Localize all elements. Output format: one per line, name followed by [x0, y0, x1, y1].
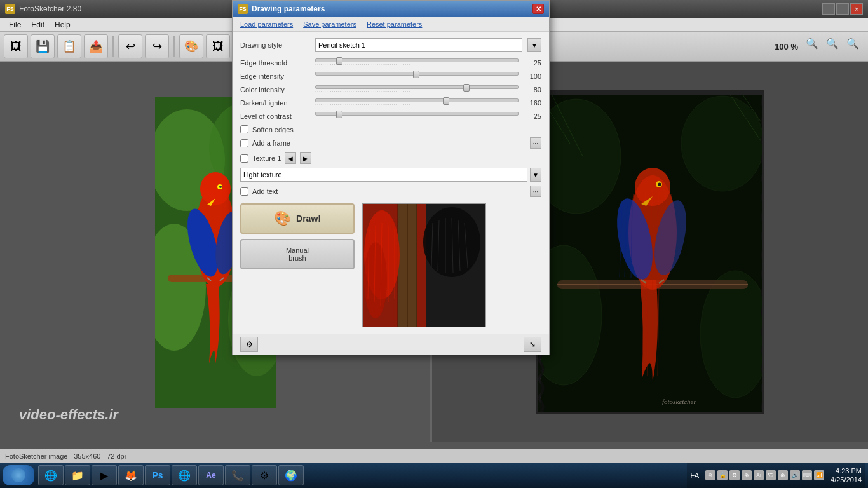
add-frame-settings-button[interactable]: ··· [530, 137, 541, 149]
zoom-in-button[interactable]: 🔍 [806, 37, 824, 55]
darken-lighten-value: 160 [524, 99, 541, 107]
drawing-style-select[interactable]: Pencil sketch 1 Pencil sketch 2 Color sk… [315, 38, 522, 52]
texture-dropdown-button[interactable]: ▼ [530, 168, 541, 182]
dialog-bottom-area: 🎨 Draw! Manualbrush [240, 203, 541, 327]
taskbar-ps-button[interactable]: Ps [145, 465, 170, 485]
taskbar-ae-button[interactable]: Ae [198, 465, 224, 485]
add-text-label[interactable]: Add text [252, 187, 278, 195]
drawing-parameters-dialog: FS Drawing parameters ✕ Load parameters … [232, 0, 550, 355]
add-text-settings-button[interactable]: ··· [530, 186, 541, 197]
level-contrast-track[interactable] [315, 112, 519, 116]
dialog-body: Drawing style Pencil sketch 1 Pencil ske… [233, 32, 549, 334]
system-tray: FA ⊕ 🔒 ⚙ ⊕ Ai 🛡 ⊕ 🔊 ⌨ 📶 4:23 PM 4/25/201… [687, 463, 865, 488]
texture-checkbox[interactable] [240, 154, 248, 163]
tray-icon-4[interactable]: ⊕ [742, 470, 752, 480]
tray-icon-10[interactable]: 📶 [814, 470, 824, 480]
maximize-button[interactable]: □ [836, 3, 849, 15]
taskbar-chrome-button[interactable]: 🌐 [172, 465, 197, 485]
dialog-settings-button[interactable]: ⚙ [240, 337, 258, 352]
date-display: 4/25/2014 [831, 475, 862, 484]
svg-point-16 [681, 96, 764, 191]
status-bar: FotoSketcher image - 355x460 - 72 dpi [0, 449, 868, 463]
level-contrast-slider-container: ········································… [315, 112, 519, 120]
reset-parameters-link[interactable]: Reset parameters [363, 19, 426, 29]
watermark-text: video-effects.ir [19, 407, 118, 423]
tray-icon-2[interactable]: 🔒 [717, 470, 728, 480]
color-intensity-track[interactable] [315, 85, 519, 89]
add-frame-label[interactable]: Add a frame [252, 139, 290, 147]
darken-lighten-track[interactable] [315, 98, 519, 102]
edge-intensity-value: 100 [524, 72, 541, 80]
toolbar-export-button[interactable]: 📤 [84, 34, 108, 58]
soften-edges-checkbox[interactable] [240, 125, 248, 133]
color-intensity-thumb[interactable] [463, 84, 470, 92]
taskbar-browser2-button[interactable]: 🌍 [278, 465, 304, 485]
time-display: 4:23 PM [831, 466, 862, 475]
zoom-out-button[interactable]: 🔍 [826, 37, 844, 55]
start-button[interactable] [3, 465, 34, 485]
parrot-sketch-svg: fotosketcher [538, 93, 764, 414]
texture-dropdown-select[interactable]: Light texture Heavy texture Canvas Paper [240, 168, 527, 182]
dialog-close-button[interactable]: ✕ [532, 4, 544, 14]
edge-threshold-dots: ········································… [315, 62, 519, 67]
tray-icon-7[interactable]: ⊕ [778, 470, 788, 480]
load-parameters-link[interactable]: Load parameters [236, 19, 297, 29]
edge-intensity-track[interactable] [315, 72, 519, 76]
menu-file[interactable]: File [4, 19, 26, 30]
toolbar-effects-button[interactable]: 🎨 [179, 34, 203, 58]
edge-threshold-track[interactable] [315, 58, 519, 62]
draw-button[interactable]: 🎨 Draw! [240, 203, 355, 234]
level-contrast-row: Level of contrast ······················… [240, 112, 541, 120]
tray-icon-1[interactable]: ⊕ [705, 470, 715, 480]
texture-next-button[interactable]: ▶ [300, 152, 311, 164]
tray-icon-9[interactable]: ⌨ [802, 470, 812, 480]
tray-icon-6[interactable]: 🛡 [766, 470, 776, 480]
color-intensity-row: Color intensity ························… [240, 85, 541, 93]
tray-icon-8[interactable]: 🔊 [790, 470, 800, 480]
save-parameters-link[interactable]: Save parameters [299, 19, 360, 29]
add-frame-checkbox[interactable] [240, 139, 248, 147]
drawing-style-label: Drawing style [240, 41, 310, 49]
toolbar-copy-button[interactable]: 📋 [57, 34, 81, 58]
texture-dropdown-row: Light texture Heavy texture Canvas Paper… [240, 168, 541, 182]
edge-threshold-thumb[interactable] [336, 57, 342, 65]
minimize-button[interactable]: – [822, 3, 835, 15]
taskbar-ie-button[interactable]: 🌐 [38, 465, 64, 485]
status-text: FotoSketcher image - 355x460 - 72 dpi [5, 452, 126, 460]
texture-label[interactable]: Texture 1 [252, 154, 281, 162]
darken-lighten-thumb[interactable] [443, 97, 449, 105]
color-intensity-value: 80 [524, 86, 541, 93]
taskbar-orbit-button[interactable]: ⚙ [252, 465, 277, 485]
clock: 4:23 PM 4/25/2014 [831, 466, 862, 485]
edge-intensity-thumb[interactable] [413, 71, 419, 78]
color-intensity-label: Color intensity [240, 86, 310, 93]
add-text-checkbox[interactable] [240, 187, 248, 196]
darken-lighten-dots: ········································… [315, 102, 519, 107]
taskbar-firefox-button[interactable]: 🦊 [118, 465, 144, 485]
taskbar-explorer-button[interactable]: 📁 [65, 465, 90, 485]
toolbar-photo-button[interactable]: 🖼 [206, 34, 230, 58]
texture-prev-button[interactable]: ◀ [285, 152, 296, 164]
close-button[interactable]: ✕ [850, 3, 863, 15]
dialog-expand-button[interactable]: ⤡ [524, 337, 541, 352]
edge-threshold-slider-container: ········································… [315, 58, 519, 67]
soften-edges-label[interactable]: Soften edges [252, 126, 294, 133]
color-intensity-dots: ········································… [315, 89, 519, 93]
drawing-style-dropdown-button[interactable]: ▼ [527, 38, 541, 52]
tray-icon-3[interactable]: ⚙ [729, 470, 740, 480]
texture-row: Texture 1 ◀ ▶ [240, 152, 541, 164]
level-contrast-thumb[interactable] [336, 111, 342, 118]
taskbar-skype-button[interactable]: 📞 [225, 465, 250, 485]
taskbar-media-button[interactable]: ▶ [92, 465, 117, 485]
manual-brush-button[interactable]: Manualbrush [240, 239, 355, 269]
toolbar-new-button[interactable]: 🖼 [4, 34, 28, 58]
menu-edit[interactable]: Edit [26, 19, 50, 30]
toolbar-open-button[interactable]: 💾 [31, 34, 55, 58]
toolbar-redo-button[interactable]: ↪ [145, 34, 169, 58]
dialog-title-bar: FS Drawing parameters ✕ [233, 1, 549, 17]
tray-icon-5[interactable]: Ai [754, 470, 764, 480]
zoom-fit-button[interactable]: 🔍 [846, 37, 864, 55]
menu-help[interactable]: Help [50, 19, 76, 30]
edge-intensity-slider-container: ········································… [315, 72, 519, 80]
toolbar-undo-button[interactable]: ↩ [118, 34, 142, 58]
